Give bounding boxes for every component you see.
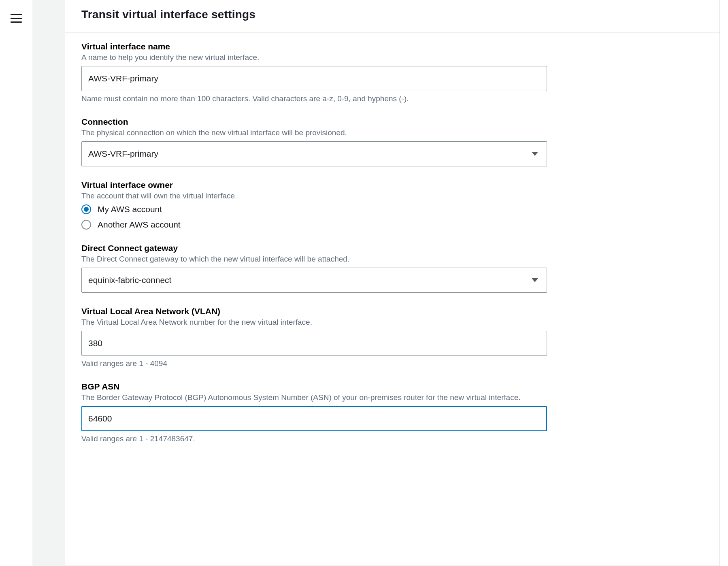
vlan-desc: The Virtual Local Area Network number fo… [81, 318, 703, 327]
owner-radio-my-account[interactable]: My AWS account [81, 204, 703, 214]
field-vlan: Virtual Local Area Network (VLAN) The Vi… [81, 306, 703, 368]
field-virtual-interface-name: Virtual interface name A name to help yo… [81, 42, 703, 103]
bgp-asn-helper: Valid ranges are 1 - 2147483647. [81, 434, 703, 443]
gateway-select[interactable]: equinix-fabric-connect [81, 268, 547, 293]
gateway-selected-value: equinix-fabric-connect [88, 275, 171, 285]
vlan-label: Virtual Local Area Network (VLAN) [81, 306, 703, 316]
vif-name-helper: Name must contain no more than 100 chara… [81, 94, 703, 103]
owner-desc: The account that will own the virtual in… [81, 192, 703, 200]
gateway-desc: The Direct Connect gateway to which the … [81, 255, 703, 264]
radio-checked-icon [81, 204, 91, 214]
bgp-asn-input[interactable] [81, 406, 547, 431]
connection-selected-value: AWS-VRF-primary [88, 149, 158, 159]
owner-label: Virtual interface owner [81, 180, 703, 190]
panel-title: Transit virtual interface settings [81, 8, 703, 21]
field-owner: Virtual interface owner The account that… [81, 180, 703, 230]
owner-radio-another-account[interactable]: Another AWS account [81, 220, 703, 230]
vlan-input[interactable] [81, 331, 547, 356]
owner-radio-other-label: Another AWS account [98, 220, 181, 230]
vif-name-desc: A name to help you identify the new virt… [81, 53, 703, 62]
bgp-asn-label: BGP ASN [81, 382, 703, 392]
owner-radio-my-label: My AWS account [98, 204, 162, 214]
left-gutter [32, 0, 65, 566]
vif-name-label: Virtual interface name [81, 42, 703, 51]
radio-unchecked-icon [81, 220, 91, 230]
menu-toggle-button[interactable] [11, 14, 22, 23]
connection-label: Connection [81, 117, 703, 127]
gateway-label: Direct Connect gateway [81, 243, 703, 253]
field-gateway: Direct Connect gateway The Direct Connec… [81, 243, 703, 293]
vlan-helper: Valid ranges are 1 - 4094 [81, 359, 703, 368]
vif-name-input[interactable] [81, 66, 547, 91]
bgp-asn-desc: The Border Gateway Protocol (BGP) Autono… [81, 393, 703, 402]
connection-select[interactable]: AWS-VRF-primary [81, 141, 547, 166]
field-connection: Connection The physical connection on wh… [81, 117, 703, 166]
settings-panel: Transit virtual interface settings Virtu… [65, 0, 720, 566]
field-bgp-asn: BGP ASN The Border Gateway Protocol (BGP… [81, 382, 703, 443]
connection-desc: The physical connection on which the new… [81, 128, 703, 137]
